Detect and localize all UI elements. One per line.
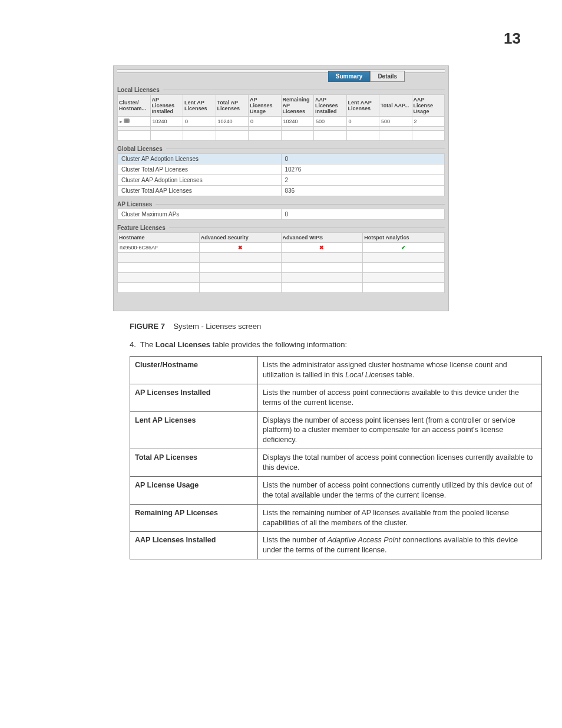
term: AP License Usage [130,476,258,504]
table-row [118,253,445,263]
cell: 2 [412,117,445,127]
cluster-cell: ▸ [118,117,151,127]
tab-details[interactable]: Details [370,71,405,82]
col-ap-installed: AP Licenses Installed [150,95,183,117]
table-row [118,127,445,131]
description: Lists the number of Adaptive Access Poin… [258,532,542,559]
expand-icon[interactable]: ▸ [120,118,123,124]
definitions-table: Cluster/Hostname Lists the administrator… [130,356,542,559]
check-icon: ✔ [363,243,445,253]
col-hotspot: Hotspot Analytics [363,233,445,243]
ap-licenses-table: Cluster Maximum APs0 [117,209,445,220]
term: AP Licenses Installed [130,384,258,411]
description: Displays the total number of access poin… [258,449,542,477]
table-row: Cluster AAP Adoption Licenses2 [118,175,445,186]
cross-icon: ✖ [281,243,363,253]
col-lent-ap: Lent AP Licenses [183,95,216,117]
description: Displays the number of access point lice… [258,411,542,449]
local-licenses-table: Cluster/ Hostnam... AP Licenses Installe… [117,94,445,141]
cell: 500 [314,117,347,127]
table-row: AP License Usage Lists the number of acc… [130,476,542,504]
term: Lent AP Licenses [130,411,258,449]
cell: 10240 [216,117,249,127]
figure-caption: FIGURE 7 System - Licenses screen [130,322,521,331]
table-row: Total AP Licenses Displays the total num… [130,449,542,477]
table-row: Cluster Total AP Licenses10276 [118,164,445,175]
col-ap-usage: AP Licenses Usage [249,95,282,117]
global-licenses-label: Global Licenses [117,146,163,152]
table-row[interactable]: ▸ 10240 0 10240 0 10240 500 0 500 2 [118,117,445,127]
description: Lists the number of access point connect… [258,476,542,504]
table-row: Cluster Maximum APs0 [118,209,445,220]
local-licenses-label: Local Licenses [117,87,160,93]
table-row: Cluster AP Adoption Licenses0 [118,154,445,164]
figure-text: System - Licenses screen [173,322,261,331]
device-icon [124,118,130,123]
cell: 500 [379,117,412,127]
tab-bar: Summary Details [288,71,445,82]
table-row [118,263,445,273]
col-lent-aap: Lent AAP Licenses [346,95,379,117]
table-row: Remaining AP Licenses Lists the remainin… [130,504,542,532]
feature-licenses-table: Hostname Advanced Security Advanced WIPS… [117,232,445,293]
table-row [118,283,445,293]
col-adv-security: Advanced Security [199,233,281,243]
col-remaining-ap: Remaining AP Licenses [281,95,314,117]
feature-licenses-label: Feature Licenses [117,225,166,231]
col-aap-usage: AAP License Usage [412,95,445,117]
table-row [118,131,445,141]
licenses-screenshot: Summary Details Local Licenses Cluster/ … [113,65,449,311]
cell: nx9500-6C86AF [118,243,200,253]
description: Lists the remaining number of AP license… [258,504,542,532]
cell: 10240 [150,117,183,127]
cell: 10240 [281,117,314,127]
step-num: 4. [130,340,136,349]
table-row: Lent AP Licenses Displays the number of … [130,411,542,449]
table-row: Cluster/Hostname Lists the administrator… [130,357,542,384]
table-row [118,273,445,283]
col-cluster: Cluster/ Hostnam... [118,95,151,117]
term: Total AP Licenses [130,449,258,477]
col-hostname: Hostname [118,233,200,243]
cell: 0 [249,117,282,127]
term: Cluster/Hostname [130,357,258,384]
term: AAP Licenses Installed [130,532,258,559]
ap-licenses-label: AP Licenses [117,201,152,207]
step-4: 4. The Local Licenses table provides the… [130,340,542,349]
col-total-ap: Total AP Licenses [216,95,249,117]
global-licenses-table: Cluster AP Adoption Licenses0 Cluster To… [117,153,445,196]
page-number: 13 [41,29,521,48]
cross-icon: ✖ [199,243,281,253]
cell: 0 [183,117,216,127]
description: Lists the number of access point connect… [258,384,542,411]
col-aap-installed: AAP Licenses Installed [314,95,347,117]
figure-label: FIGURE 7 [130,322,165,331]
table-row: AAP Licenses Installed Lists the number … [130,532,542,559]
cell: 0 [346,117,379,127]
term: Remaining AP Licenses [130,504,258,532]
col-adv-wips: Advanced WIPS [281,233,363,243]
table-row: Cluster Total AAP Licenses836 [118,186,445,196]
description: Lists the administrator assigned cluster… [258,357,542,384]
step-bold: Local Licenses [156,340,210,349]
table-row[interactable]: nx9500-6C86AF ✖ ✖ ✔ [118,243,445,253]
table-row: AP Licenses Installed Lists the number o… [130,384,542,411]
col-total-aap: Total AAP... [379,95,412,117]
tab-summary[interactable]: Summary [328,71,371,82]
